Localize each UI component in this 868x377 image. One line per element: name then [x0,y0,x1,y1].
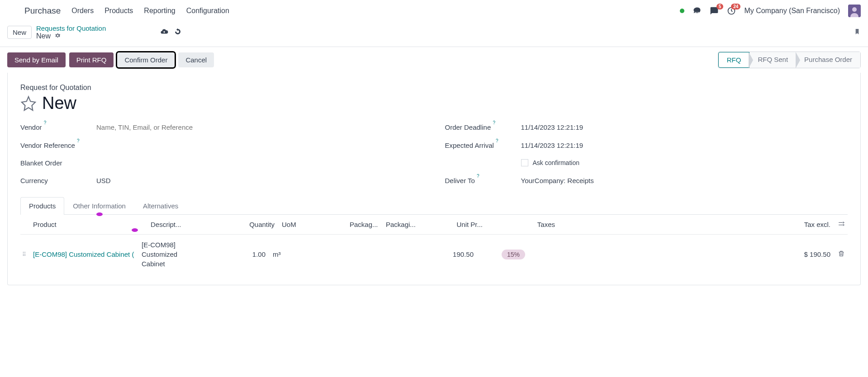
cancel-button[interactable]: Cancel [178,52,214,67]
currency-label: Currency [20,177,96,184]
deadline-value[interactable]: 11/14/2023 12:21:19 [521,123,583,131]
discard-icon[interactable] [174,28,182,37]
vendor-ref-label: Vendor Reference ? [20,141,96,149]
tab-indicator-icon [96,212,103,216]
nav-menu: Orders Products Reporting Configuration [71,7,680,15]
form-sheet: Request for Quotation New Vendor ? Vendo… [7,73,861,285]
nav-right: 5 24 My Company (San Francisco) [680,5,861,17]
vendor-ref-input[interactable] [96,141,232,149]
ask-confirmation-checkbox[interactable] [521,159,528,166]
cell-product[interactable]: [E-COM98] Customized Cabinet ( [29,250,138,258]
star-icon[interactable] [20,95,37,112]
blanket-order-label: Blanket Order [20,159,96,167]
cell-uom[interactable]: m³ [269,250,337,258]
breadcrumb-current: New [36,32,51,40]
tax-badge: 15% [502,250,525,259]
status-rfq[interactable]: RFQ [718,52,750,68]
tabs: Products Other Information Alternatives [20,197,848,215]
cell-quantity[interactable]: 1.00 [206,250,269,258]
delete-row-icon[interactable] [834,250,848,259]
currency-value[interactable]: USD [96,177,111,184]
status-bar: RFQ RFQ Sent Purchase Order [718,52,861,68]
tab-alternatives[interactable]: Alternatives [134,197,187,214]
table-header: Product Descript... Quantity UoM Packag.… [20,215,848,235]
confirm-order-button[interactable]: Confirm Order [117,52,175,67]
tab-products[interactable]: Products [20,197,64,215]
drag-handle-icon[interactable]: ⠿ [20,251,29,258]
cloud-upload-icon[interactable] [160,28,168,37]
th-uom[interactable]: UoM [278,221,346,228]
products-table: Product Descript... Quantity UoM Packag.… [20,215,848,274]
arrival-value[interactable]: 11/14/2023 12:21:19 [521,141,583,149]
action-bar: Send by Email Print RFQ Confirm Order Ca… [0,47,868,73]
th-quantity[interactable]: Quantity [215,221,278,228]
breadcrumb-bar: New Requests for Quotation New [0,22,868,47]
cell-description[interactable]: [E-COM98] Customized Cabinet [138,240,206,269]
arrival-label: Expected Arrival ? [445,141,521,149]
deadline-label: Order Deadline ? [445,123,521,131]
th-tax-excl[interactable]: Tax excl. [559,221,834,228]
top-navbar: Purchase Orders Products Reporting Confi… [0,0,868,22]
vendor-input[interactable] [96,123,232,131]
status-purchase-order[interactable]: Purchase Order [796,52,860,68]
app-icon[interactable] [7,5,20,17]
messages-icon[interactable]: 5 [710,6,719,15]
th-packaging[interactable]: Packag... [346,221,382,228]
tab-other-info[interactable]: Other Information [64,197,134,214]
gear-icon[interactable] [54,32,61,40]
column-settings-icon[interactable] [834,220,848,229]
th-taxes[interactable]: Taxes [486,221,559,228]
deliver-to-label: Deliver To ? [445,176,521,184]
activities-badge: 24 [731,4,740,9]
breadcrumb-link[interactable]: Requests for Quotation [36,24,106,32]
phone-icon[interactable] [693,6,702,15]
svg-point-2 [852,7,857,12]
vendor-label: Vendor ? [20,123,96,131]
cell-unit-price[interactable]: 190.50 [409,250,477,258]
bookmark-icon[interactable] [854,27,861,38]
document-title: New [42,94,76,113]
cell-total: $ 190.50 [550,250,834,258]
th-unit-price[interactable]: Unit Pr... [418,221,486,228]
sheet-subtitle: Request for Quotation [20,84,848,92]
messages-badge: 5 [716,4,724,9]
th-description[interactable]: Descript... [147,221,215,228]
cell-taxes[interactable]: 15% [477,250,550,258]
new-button[interactable]: New [7,26,32,39]
table-row: ⠿ [E-COM98] Customized Cabinet ( [E-COM9… [20,235,848,274]
nav-reporting[interactable]: Reporting [144,7,175,15]
ask-confirmation-label: Ask confirmation [533,159,579,166]
nav-orders[interactable]: Orders [71,7,94,15]
nav-products[interactable]: Products [104,7,133,15]
th-product[interactable]: Product [29,221,147,228]
th-packaging-qty[interactable]: Packagi... [382,221,418,228]
app-name[interactable]: Purchase [24,6,61,16]
deliver-to-value[interactable]: YourCompany: Receipts [521,177,594,184]
connection-status-icon [680,9,684,13]
print-rfq-button[interactable]: Print RFQ [69,52,114,67]
user-avatar[interactable] [848,5,861,17]
activities-icon[interactable]: 24 [727,6,736,15]
status-rfq-sent[interactable]: RFQ Sent [749,52,796,68]
blanket-order-input[interactable] [96,159,232,167]
column-indicator-icon [132,228,138,232]
company-name[interactable]: My Company (San Francisco) [744,7,840,15]
nav-configuration[interactable]: Configuration [186,7,229,15]
send-email-button[interactable]: Send by Email [7,52,66,67]
